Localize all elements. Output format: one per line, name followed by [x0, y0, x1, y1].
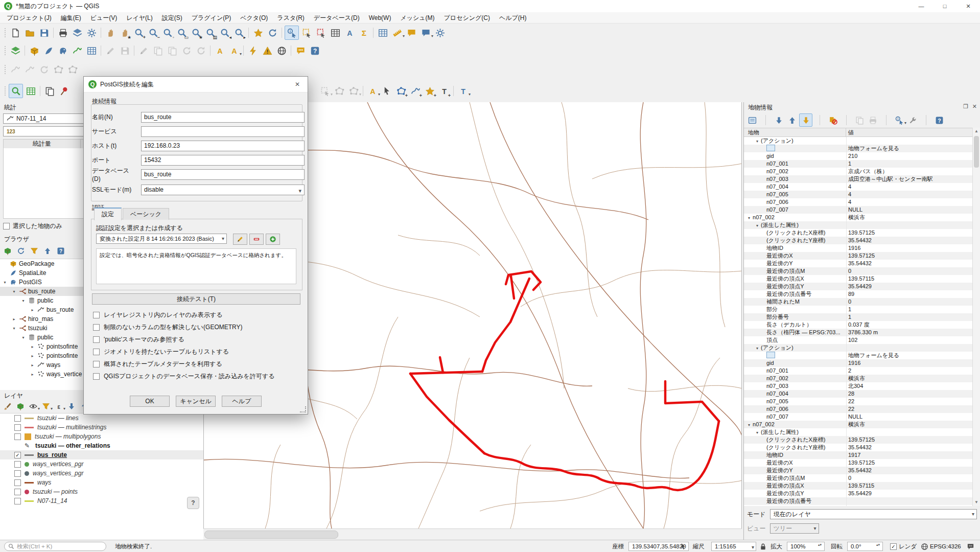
identify-row[interactable]: 最近傍の頂点X 139.57115: [744, 482, 973, 490]
layer-visibility-checkbox[interactable]: [14, 498, 21, 504]
expand-new-results[interactable]: [799, 113, 812, 127]
remove-auth-button[interactable]: [249, 234, 264, 245]
layer-visibility-checkbox[interactable]: [14, 452, 21, 458]
dialog-checkbox-row[interactable]: レイヤレジストリ内のレイヤのみ表示する: [93, 311, 223, 319]
deselect-features[interactable]: [314, 26, 328, 39]
database-field[interactable]: bus_route: [141, 169, 305, 180]
identify-row[interactable]: n07_002 横浜市: [744, 421, 973, 428]
vertex-tool-active-layer[interactable]: [23, 63, 36, 76]
copy-feature[interactable]: [43, 84, 56, 98]
vertex-tool-all-layers[interactable]: [9, 63, 22, 76]
identify-vertical-scrollbar[interactable]: ▲ ▼: [972, 128, 980, 506]
separator[interactable]: [242, 45, 245, 56]
zoom-native[interactable]: [161, 26, 174, 39]
open-form[interactable]: [746, 114, 758, 126]
pan-to-selection[interactable]: [118, 26, 131, 39]
identify-row[interactable]: gid 1916: [744, 359, 973, 367]
checkbox[interactable]: [93, 361, 100, 367]
separator[interactable]: [38, 85, 42, 97]
layer-item[interactable]: tsuzuki — multilinestrings: [0, 423, 203, 432]
identify-row[interactable]: n07_004 28: [744, 390, 973, 398]
menu-item[interactable]: 設定(S): [157, 12, 187, 24]
layer-item[interactable]: tsuzuki — multipolygons: [0, 432, 203, 441]
scroll-up-arrow[interactable]: ▲: [973, 128, 980, 135]
test-connection-button[interactable]: 接続テスト(T): [92, 293, 300, 305]
zoom-next[interactable]: [232, 26, 246, 39]
filter-browser[interactable]: [29, 245, 40, 257]
open-project[interactable]: [23, 26, 36, 39]
edit-auth-button[interactable]: [233, 234, 247, 245]
data-source-manager[interactable]: [9, 44, 22, 57]
separator[interactable]: [280, 27, 284, 38]
expand-arrow-icon[interactable]: ▾: [11, 289, 17, 294]
cancel-button[interactable]: キャンセル: [176, 396, 216, 407]
selected-features-only-row[interactable]: 選択した地物のみ: [3, 222, 62, 231]
identify-map-theme[interactable]: [24, 84, 37, 98]
dialog-checkbox-row[interactable]: 制限のないカラムの型を解決しない(GEOMETRY): [93, 323, 243, 331]
expand-arrow-icon[interactable]: ▸: [30, 372, 35, 377]
zoom-last[interactable]: [218, 26, 231, 39]
identify-row[interactable]: 地物フォームを見る: [744, 145, 973, 152]
sslmode-select[interactable]: disable: [141, 185, 305, 195]
auth-config-combo[interactable]: 変換された設定月 8 14 16:26:16 2023 (Basic): [96, 234, 227, 244]
float-panel-button[interactable]: ❐: [963, 103, 968, 110]
new-map-view[interactable]: [246, 44, 260, 57]
manage-map-themes[interactable]: [28, 401, 39, 412]
layer-item[interactable]: tsuzuki — other_relations: [0, 441, 203, 450]
identify-row[interactable]: n07_003 成田空港～中山駅・センター南駅: [744, 175, 973, 183]
identify-row[interactable]: 長さ（楕円体 — EPSG:703... 3786.330 m: [744, 329, 973, 336]
layer-item[interactable]: tsuzuki — lines: [0, 413, 203, 423]
messages-icon[interactable]: [967, 543, 974, 550]
identify-row[interactable]: gid 210: [744, 152, 973, 160]
locator-search[interactable]: 検索(Ctrl + K): [4, 542, 106, 551]
expand-arrow-icon[interactable]: ▾: [2, 280, 8, 285]
add-polygon-annotation[interactable]: [394, 84, 408, 98]
dialog-checkbox-row[interactable]: QGISプロジェクトのデータベース保存・読み込みを許可する: [93, 372, 275, 380]
add-group[interactable]: [15, 401, 26, 412]
pan-map[interactable]: [104, 26, 117, 39]
style-manager[interactable]: [85, 26, 98, 39]
ok-button[interactable]: OK: [130, 396, 170, 407]
minimize-button[interactable]: —: [909, 0, 933, 12]
identify-row[interactable]: 最近傍のY 35.54432: [744, 260, 973, 267]
expand-all[interactable]: [66, 401, 77, 412]
menu-item[interactable]: プロジェクト(J): [2, 12, 56, 24]
separator[interactable]: [52, 27, 55, 38]
filter-legend[interactable]: [40, 401, 52, 412]
new-project[interactable]: [9, 26, 22, 39]
layer-visibility-checkbox[interactable]: [14, 489, 21, 495]
pin-labels[interactable]: [57, 84, 71, 98]
checkbox[interactable]: [93, 312, 100, 318]
map-horizontal-scrollbar[interactable]: [203, 528, 742, 540]
menu-item[interactable]: プロセシング(C): [439, 12, 495, 24]
add-postgis-layer[interactable]: [56, 44, 69, 57]
identify-row[interactable]: 最近傍の頂点番号 89: [744, 290, 973, 298]
save-project[interactable]: [37, 26, 51, 39]
scale-combo[interactable]: 1:15165: [711, 542, 756, 551]
add-selected-layers[interactable]: [2, 245, 13, 257]
identify-row[interactable]: n07_002 京成バス（株）: [744, 168, 973, 175]
identify-row[interactable]: (クリックされたY座標) 35.54432: [744, 237, 973, 244]
dialog-close-button[interactable]: ✕: [287, 77, 308, 92]
separator[interactable]: [759, 114, 772, 126]
refresh-map[interactable]: [266, 26, 279, 39]
identify-row[interactable]: (クリックされたY座標) 35.54432: [744, 444, 973, 451]
menu-item[interactable]: プラグイン(P): [187, 12, 236, 24]
extents-toggle-icon[interactable]: [680, 543, 687, 550]
print-selected-html[interactable]: [867, 114, 879, 126]
identify-row[interactable]: 最近傍の頂点M 0: [744, 474, 973, 482]
service-field[interactable]: [141, 126, 305, 137]
zoom-full[interactable]: [175, 26, 189, 39]
add-line-annotation[interactable]: [409, 84, 422, 98]
help-contents[interactable]: [308, 44, 321, 57]
help-button[interactable]: ヘルプ: [222, 396, 262, 407]
toolbar-handle[interactable]: [4, 44, 8, 57]
identify-row[interactable]: (アクション): [744, 137, 973, 145]
identify-row[interactable]: 頂点 102: [744, 336, 973, 344]
python-console[interactable]: [294, 44, 307, 57]
menu-item[interactable]: Web(W): [364, 12, 396, 24]
menu-item[interactable]: データベース(D): [309, 12, 364, 24]
magnifier-spinner[interactable]: 100%: [787, 542, 825, 551]
add-marker-annotation[interactable]: [423, 84, 436, 98]
new-spatialite-layer[interactable]: [42, 44, 55, 57]
